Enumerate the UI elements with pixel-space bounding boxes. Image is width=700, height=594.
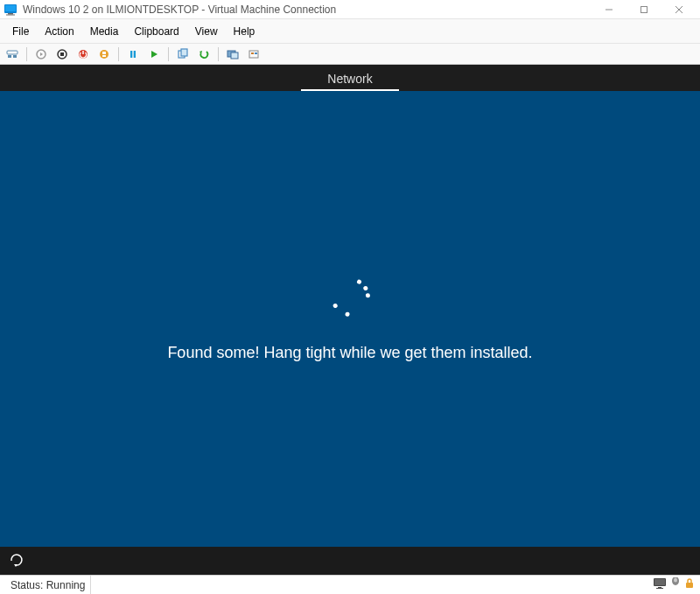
separator [168,47,169,61]
share-icon[interactable] [245,45,262,63]
enhanced-session-icon[interactable] [224,45,242,63]
vm-viewport[interactable]: Network Found some! Hang tight while we … [0,65,700,575]
separator [118,47,119,61]
menu-action[interactable]: Action [38,22,80,41]
statusbar-right [653,577,695,592]
start-icon[interactable] [32,45,50,63]
lock-icon [684,577,695,592]
svg-rect-2 [8,13,13,15]
speaker-icon [670,577,681,592]
accessibility-icon[interactable] [9,552,24,570]
toolbar [0,44,700,65]
svg-rect-9 [8,55,11,58]
svg-rect-38 [686,583,693,588]
oobe-tab-network: Network [301,66,398,91]
svg-rect-27 [231,52,238,59]
menu-clipboard[interactable]: Clipboard [127,22,186,41]
menu-help[interactable]: Help [227,22,262,41]
app-icon [4,3,18,17]
revert-icon[interactable] [195,45,213,63]
svg-rect-18 [102,52,106,54]
ctrl-alt-del-icon[interactable] [4,45,21,63]
save-icon[interactable] [95,45,113,63]
checkpoint-icon[interactable] [174,45,192,63]
svg-rect-21 [134,51,136,58]
shutdown-icon[interactable] [74,45,92,63]
svg-rect-29 [251,52,254,54]
window-title: Windows 10 2 on ILMIONTDESKTOP - Virtual… [23,3,336,16]
svg-rect-20 [130,51,132,58]
svg-rect-5 [641,6,648,12]
separator [26,47,27,61]
svg-marker-12 [40,52,43,56]
oobe-status-text: Found some! Hang tight while we get them… [167,344,532,362]
svg-rect-34 [658,587,662,588]
minimize-button[interactable] [592,0,626,19]
svg-rect-30 [255,52,257,54]
pause-icon[interactable] [124,45,142,63]
close-button[interactable] [662,0,696,19]
titlebar: Windows 10 2 on ILMIONTDESKTOP - Virtual… [0,0,700,19]
svg-rect-19 [102,55,106,57]
separator [218,47,219,61]
svg-rect-1 [5,5,16,11]
menu-file[interactable]: File [5,22,36,41]
svg-rect-3 [6,14,15,15]
window-controls [592,0,696,19]
maximize-button[interactable] [626,0,662,19]
svg-rect-8 [7,51,18,54]
svg-marker-22 [151,51,158,58]
menu-view[interactable]: View [188,22,225,41]
oobe-content: Found some! Hang tight while we get them… [0,91,700,547]
svg-rect-35 [656,588,663,589]
oobe-header: Network [0,65,700,91]
menubar: File Action Media Clipboard View Help [0,19,700,44]
svg-rect-14 [60,52,64,56]
display-icon [653,577,667,592]
svg-rect-10 [13,55,17,58]
svg-rect-33 [654,579,665,585]
status-text: Status: Running [5,576,91,594]
svg-point-37 [674,578,677,583]
spinner-icon [329,276,371,318]
menu-media[interactable]: Media [83,22,126,41]
svg-rect-24 [181,49,187,56]
reset-icon[interactable] [145,45,163,63]
turnoff-icon[interactable] [53,45,71,63]
oobe-footer [0,547,700,575]
statusbar: Status: Running [0,575,700,594]
